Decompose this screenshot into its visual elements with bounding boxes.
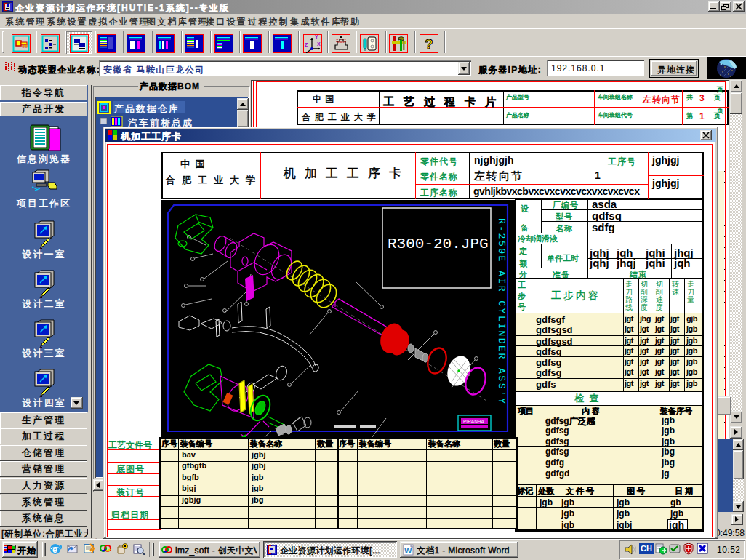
- svg-text:?: ?: [425, 36, 433, 52]
- svg-text:X: X: [317, 41, 321, 47]
- svg-text:Z: Z: [305, 42, 308, 47]
- svg-text:Y: Y: [315, 34, 318, 39]
- svg-text:PIRANHA: PIRANHA: [463, 419, 485, 424]
- svg-text:W: W: [404, 546, 412, 555]
- svg-text:e: e: [52, 545, 57, 555]
- svg-text:R300-20.JPG: R300-20.JPG: [388, 236, 489, 252]
- svg-text:R-250E AIR CYLINDER ASS'Y: R-250E AIR CYLINDER ASS'Y: [496, 218, 507, 406]
